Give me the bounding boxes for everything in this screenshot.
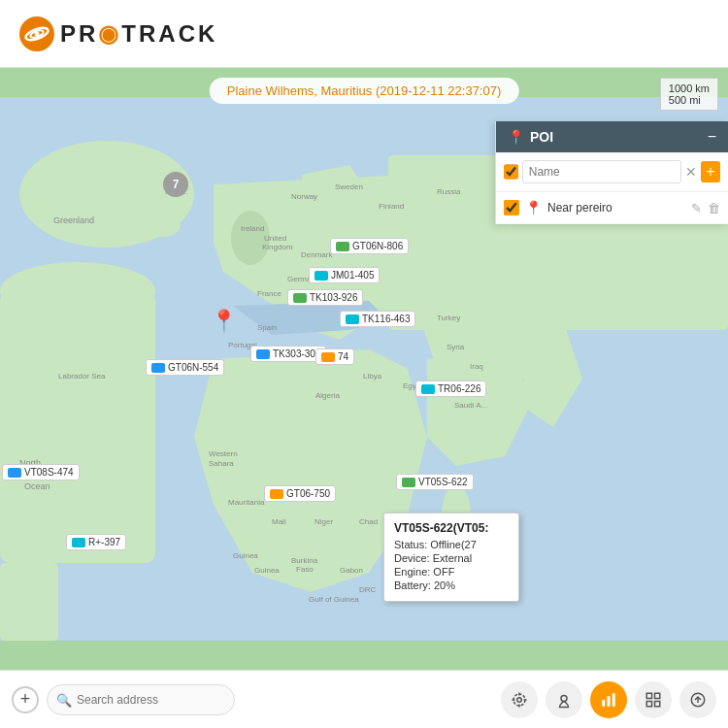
brand-name: PR◉TRACK — [60, 20, 217, 48]
svg-text:Finland: Finland — [379, 202, 404, 211]
stats-button[interactable] — [590, 681, 627, 718]
svg-text:Burkina: Burkina — [291, 556, 318, 565]
vehicle-icon — [336, 242, 349, 251]
svg-text:Faso: Faso — [296, 565, 314, 574]
svg-point-6 — [146, 214, 181, 237]
svg-text:Ocean: Ocean — [24, 481, 50, 491]
cluster-button[interactable] — [546, 681, 582, 718]
iceland-cluster[interactable]: 7 — [163, 172, 188, 197]
svg-text:Ireland: Ireland — [241, 224, 264, 233]
vehicle-VT05S-622[interactable]: VT05S-622 — [396, 474, 474, 490]
zoom-plus-button[interactable]: + — [12, 686, 39, 713]
svg-rect-68 — [612, 693, 615, 707]
svg-text:Sahara: Sahara — [209, 459, 234, 468]
poi-title: POI — [530, 129, 553, 145]
svg-point-59 — [517, 697, 522, 702]
svg-text:Mali: Mali — [272, 517, 286, 526]
svg-text:DRC: DRC — [359, 585, 377, 594]
poi-item-edit-button[interactable]: ✎ — [691, 201, 702, 215]
map-pin[interactable]: 📍 — [211, 309, 237, 334]
vehicle-icon — [151, 363, 165, 373]
vehicle-extra[interactable]: 74 — [315, 348, 354, 365]
svg-text:Libya: Libya — [363, 372, 382, 381]
vehicle-TK103-926[interactable]: TK103-926 — [287, 289, 363, 306]
vehicle-icon — [8, 468, 21, 478]
svg-rect-58 — [0, 563, 58, 641]
svg-text:Denmark: Denmark — [301, 250, 333, 259]
poi-item-icon: 📍 — [525, 200, 542, 215]
map-container: Greenland Labrador Sea North Atlantic Oc… — [0, 68, 728, 670]
poi-search-row: ✕ + — [496, 152, 728, 192]
svg-text:Niger: Niger — [314, 517, 333, 526]
poi-item-delete-button[interactable]: 🗑 — [708, 201, 720, 215]
vehicle-VT08S-474[interactable]: VT08S-474 — [2, 464, 80, 480]
svg-text:Labrador Sea: Labrador Sea — [58, 372, 106, 381]
location-datetime: (2019-12-11 22:37:07) — [376, 83, 501, 98]
poi-panel: 📍 POI − ✕ + 📍 Near pereiro ✎ 🗑 — [495, 121, 728, 224]
vehicle-icon — [321, 352, 335, 362]
poi-add-button[interactable]: + — [701, 161, 720, 182]
scale-mi: 500 mi — [669, 94, 710, 106]
svg-rect-70 — [655, 693, 660, 698]
logo-area: PR◉TRACK — [19, 17, 217, 51]
svg-text:Greenland: Greenland — [53, 215, 94, 225]
svg-point-3 — [35, 31, 40, 36]
vehicle-popup: VT05S-622(VT05: Status: Offline(27 Devic… — [383, 513, 519, 602]
vehicle-icon — [293, 293, 307, 303]
vehicle-GT06N-554[interactable]: GT06N-554 — [146, 359, 224, 376]
grid-button[interactable] — [635, 681, 672, 718]
vehicle-JM01-405[interactable]: JM01-405 — [309, 267, 380, 283]
svg-text:Spain: Spain — [257, 323, 277, 332]
svg-text:Russia: Russia — [437, 187, 461, 196]
popup-status: Status: Offline(27 — [394, 539, 509, 550]
search-input[interactable] — [47, 684, 235, 715]
poi-minimize-button[interactable]: − — [708, 129, 716, 145]
svg-text:Gabon: Gabon — [340, 566, 363, 575]
poi-search-clear-button[interactable]: ✕ — [685, 164, 697, 180]
svg-text:Guinea: Guinea — [254, 566, 280, 575]
vehicle-icon — [256, 349, 270, 359]
poi-location-icon: 📍 — [508, 129, 524, 145]
vehicle-GT06-750[interactable]: GT06-750 — [264, 485, 336, 502]
svg-text:Iraq: Iraq — [470, 362, 483, 371]
popup-device: Device: External — [394, 552, 509, 564]
svg-rect-71 — [646, 701, 651, 706]
scale-km: 1000 km — [669, 83, 710, 94]
poi-search-input[interactable] — [522, 160, 681, 183]
vehicle-TK116-463[interactable]: TK116-463 — [340, 311, 415, 327]
grid-icon — [645, 691, 662, 709]
app-header: PR◉TRACK — [0, 0, 728, 68]
popup-battery: Battery: 20% — [394, 579, 509, 591]
poi-all-checkbox[interactable] — [504, 164, 518, 180]
vehicle-icon — [421, 384, 435, 394]
svg-text:Western: Western — [209, 449, 238, 458]
svg-text:United: United — [264, 234, 286, 243]
location-icon — [511, 691, 528, 709]
location-button[interactable] — [501, 681, 538, 718]
vehicle-icon — [402, 478, 415, 487]
stats-icon — [600, 691, 617, 709]
vehicle-R-397[interactable]: R+-397 — [66, 534, 126, 550]
svg-text:Norway: Norway — [291, 192, 317, 201]
upload-button[interactable] — [679, 681, 716, 718]
cluster-icon — [555, 691, 573, 709]
svg-text:Chad: Chad — [359, 517, 378, 526]
vehicle-icon — [72, 538, 85, 547]
svg-text:Syria: Syria — [447, 343, 465, 351]
svg-rect-72 — [655, 701, 660, 706]
vehicle-GT06N-806[interactable]: GT06N-806 — [330, 238, 409, 254]
location-text: Plaine Wilhems, Mauritius — [227, 83, 373, 98]
svg-text:Mauritania: Mauritania — [228, 498, 265, 507]
vehicle-icon — [346, 314, 359, 324]
vehicle-icon — [314, 271, 328, 281]
bottom-toolbar: + 🔍 — [0, 670, 728, 728]
svg-text:Saudi A...: Saudi A... — [454, 401, 487, 410]
svg-rect-69 — [646, 693, 651, 698]
vehicle-TR06-226[interactable]: TR06-226 — [415, 381, 486, 397]
svg-text:France: France — [257, 289, 281, 298]
svg-point-60 — [513, 694, 525, 706]
poi-item-checkbox[interactable] — [504, 200, 519, 215]
upload-icon — [689, 691, 707, 709]
svg-text:Algeria: Algeria — [315, 391, 340, 400]
svg-rect-7 — [0, 291, 155, 563]
